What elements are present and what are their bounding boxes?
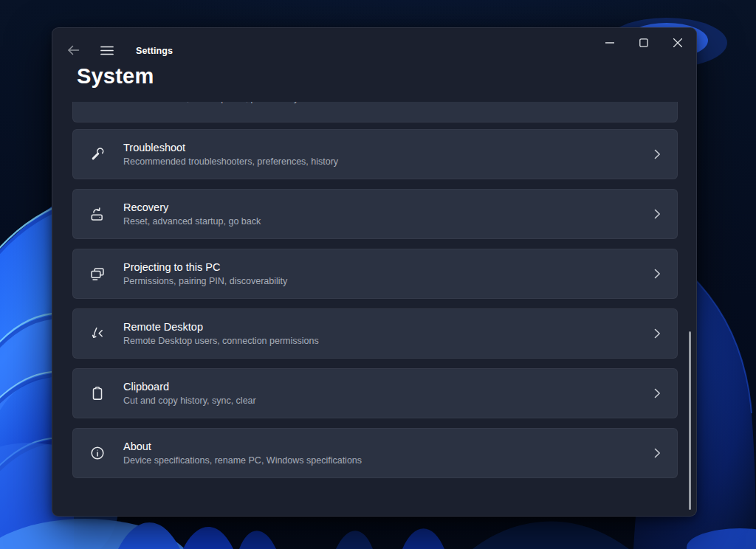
info-icon bbox=[89, 444, 106, 462]
projection-icon bbox=[89, 265, 106, 283]
settings-item-subtitle: Remote Desktop users, connection permiss… bbox=[123, 335, 319, 348]
settings-item-projecting[interactable]: Projecting to this PC Permissions, pairi… bbox=[72, 249, 678, 299]
window-controls bbox=[593, 28, 695, 58]
settings-item-recovery[interactable]: Recovery Reset, advanced startup, go bac… bbox=[72, 189, 678, 239]
settings-item-remote-desktop[interactable]: Remote Desktop Remote Desktop users, con… bbox=[72, 308, 678, 359]
settings-item-title: Projecting to this PC bbox=[123, 260, 287, 274]
remote-desktop-icon bbox=[89, 325, 106, 342]
scrollbar-thumb[interactable] bbox=[689, 331, 691, 510]
chevron-right-icon bbox=[654, 328, 661, 339]
settings-item-subtitle: Device specifications, rename PC, Window… bbox=[123, 455, 362, 467]
clipboard-icon bbox=[89, 384, 106, 402]
chevron-right-icon bbox=[654, 388, 661, 398]
settings-window: Settings bbox=[52, 27, 697, 517]
settings-item-clipboard[interactable]: Clipboard Cut and copy history, sync, cl… bbox=[72, 368, 678, 418]
settings-item-title: Clipboard bbox=[123, 380, 256, 394]
chevron-right-icon bbox=[654, 209, 661, 219]
back-button[interactable] bbox=[63, 41, 83, 59]
minimize-icon bbox=[605, 42, 614, 44]
chevron-right-icon bbox=[654, 448, 661, 458]
settings-item-subtitle: Recommended troubleshooters, preferences… bbox=[123, 156, 338, 168]
maximize-icon bbox=[639, 38, 648, 47]
settings-item-subtitle: Permissions, pairing PIN, discoverabilit… bbox=[123, 275, 287, 288]
recovery-icon bbox=[89, 205, 106, 223]
settings-item-title: Troubleshoot bbox=[123, 141, 338, 155]
settings-item-title: Remote Desktop bbox=[123, 320, 319, 334]
settings-item-title: About bbox=[123, 440, 362, 454]
close-button[interactable] bbox=[661, 28, 695, 58]
settings-item-subtitle: Cut and copy history, sync, clear bbox=[123, 395, 256, 407]
settings-item-clipped-subtitle: Activation state, subscriptions, product… bbox=[124, 102, 298, 103]
hamburger-icon bbox=[100, 46, 114, 55]
navigation-menu-button[interactable] bbox=[97, 41, 117, 59]
chevron-right-icon bbox=[654, 269, 661, 279]
minimize-button[interactable] bbox=[593, 28, 627, 58]
settings-item-troubleshoot[interactable]: Troubleshoot Recommended troubleshooters… bbox=[72, 129, 678, 179]
settings-list: Activation state, subscriptions, product… bbox=[72, 102, 678, 488]
settings-item-partial[interactable]: Activation state, subscriptions, product… bbox=[72, 102, 678, 122]
app-title: Settings bbox=[136, 46, 173, 56]
page-title: System bbox=[77, 64, 154, 89]
titlebar[interactable]: Settings bbox=[52, 28, 696, 61]
settings-item-about[interactable]: About Device specifications, rename PC, … bbox=[72, 428, 678, 478]
settings-item-title: Recovery bbox=[123, 201, 261, 215]
back-arrow-icon bbox=[67, 45, 80, 55]
maximize-button[interactable] bbox=[627, 28, 661, 58]
chevron-right-icon bbox=[654, 149, 661, 159]
close-icon bbox=[673, 38, 682, 47]
settings-item-subtitle: Reset, advanced startup, go back bbox=[123, 215, 261, 228]
desktop: { "wallpaper": { "base_color": "#050c1d"… bbox=[0, 0, 756, 549]
wrench-icon bbox=[89, 145, 106, 163]
